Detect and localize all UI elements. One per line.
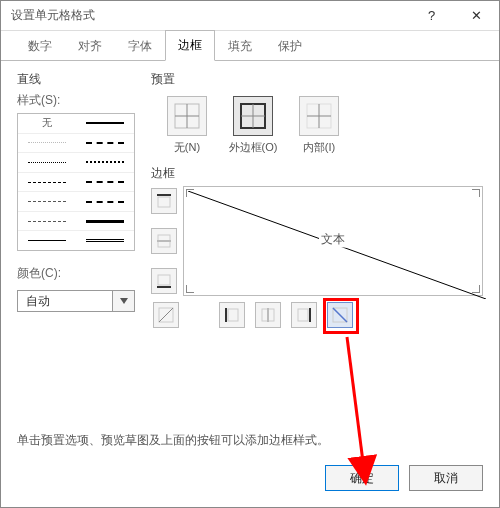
svg-line-18 [159,308,173,322]
preset-border-panel: 预置 无(N) [151,71,483,422]
style-label: 样式(S): [17,92,135,109]
svg-rect-23 [298,309,308,321]
line-style-dashdot1[interactable] [18,192,76,212]
border-vmid-button[interactable] [255,302,281,328]
border-section-label: 边框 [151,165,483,182]
line-style-dashdot2[interactable] [18,212,76,232]
preset-outline-button[interactable] [233,96,273,136]
svg-marker-0 [120,298,128,304]
svg-rect-20 [228,309,238,321]
border-right-icon [295,306,313,324]
svg-line-26 [333,308,347,322]
border-left-icon [223,306,241,324]
color-label: 颜色(C): [17,265,135,282]
dialog-title: 设置单元格格式 [1,7,409,24]
preset-outline-label: 外边框(O) [229,140,278,155]
border-bottom-button[interactable] [151,268,177,294]
tab-align[interactable]: 对齐 [65,31,115,61]
border-top-button[interactable] [151,188,177,214]
line-section-label: 直线 [17,71,135,88]
hint-text: 单击预置选项、预览草图及上面的按钮可以添加边框样式。 [1,426,499,455]
chevron-down-icon [120,298,128,304]
line-style-double[interactable] [76,231,134,250]
tab-font[interactable]: 字体 [115,31,165,61]
tab-fill[interactable]: 填充 [215,31,265,61]
line-style-dash[interactable] [18,173,76,193]
cancel-button[interactable]: 取消 [409,465,483,491]
tab-protect[interactable]: 保护 [265,31,315,61]
border-left-button[interactable] [219,302,245,328]
line-style-dashlight[interactable] [18,134,76,154]
line-style-meddot[interactable] [76,153,134,173]
help-button[interactable]: ? [409,1,454,31]
line-style-med[interactable] [76,114,134,134]
border-bottom-icon [155,272,173,290]
color-picker[interactable]: 自动 [17,290,135,312]
format-cells-dialog: 设置单元格格式 ? ✕ 数字 对齐 字体 边框 填充 保护 直线 样式(S): … [0,0,500,508]
ok-button[interactable]: 确定 [325,465,399,491]
border-hmid-button[interactable] [151,228,177,254]
svg-rect-11 [158,197,170,207]
preset-section-label: 预置 [151,71,483,88]
line-style-dot[interactable] [18,153,76,173]
preview-text: 文本 [319,230,347,247]
grid-inside-icon [305,102,333,130]
line-panel: 直线 样式(S): 无 [17,71,135,422]
tab-border[interactable]: 边框 [165,30,215,61]
line-style-none[interactable]: 无 [18,114,76,134]
dialog-body: 直线 样式(S): 无 [1,61,499,426]
line-style-list[interactable]: 无 [17,113,135,251]
diag-down-icon [331,306,349,324]
grid-none-icon [173,102,201,130]
line-style-meddash1[interactable] [76,134,134,154]
dialog-footer: 确定 取消 [1,455,499,507]
color-dropdown-button[interactable] [113,290,135,312]
preset-row: 无(N) 外边框(O) [159,96,483,155]
tab-number[interactable]: 数字 [15,31,65,61]
border-vmid-icon [259,306,277,324]
titlebar: 设置单元格格式 ? ✕ [1,1,499,31]
tab-strip: 数字 对齐 字体 边框 填充 保护 [1,31,499,61]
preset-none-label: 无(N) [174,140,200,155]
close-button[interactable]: ✕ [454,1,499,31]
line-style-meddash2[interactable] [76,173,134,193]
grid-outline-icon [239,102,267,130]
border-right-button[interactable] [291,302,317,328]
preset-none-button[interactable] [167,96,207,136]
svg-rect-14 [158,275,170,285]
border-top-icon [155,192,173,210]
border-diag-down-button[interactable] [327,302,353,328]
color-value[interactable]: 自动 [17,290,113,312]
border-diag-up-button[interactable] [153,302,179,328]
border-hmid-icon [155,232,173,250]
line-style-meddash3[interactable] [76,192,134,212]
preset-inside-button[interactable] [299,96,339,136]
line-style-thick[interactable] [76,212,134,232]
line-style-thin[interactable] [18,231,76,250]
border-preview[interactable]: 文本 [183,186,483,296]
preset-inside-label: 内部(I) [303,140,335,155]
diag-up-icon [157,306,175,324]
